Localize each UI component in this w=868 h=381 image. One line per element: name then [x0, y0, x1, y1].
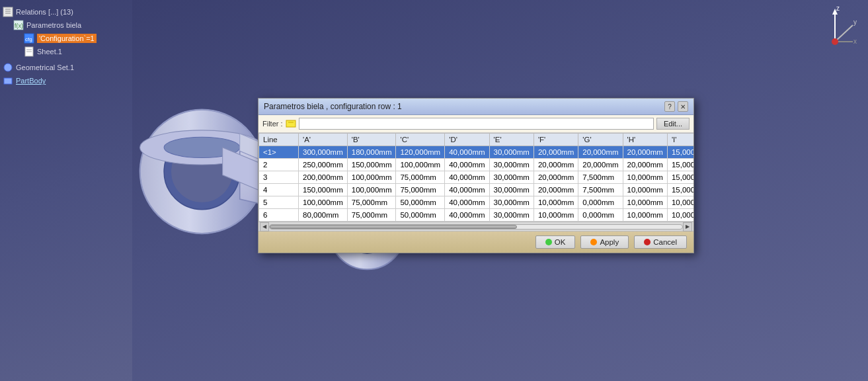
cell-G: 7,500mm	[578, 184, 623, 196]
dialog: Parametros biela , configuration row : 1…	[258, 98, 694, 253]
cancel-button[interactable]: Cancel	[634, 235, 687, 249]
dialog-bottom: OK Apply Cancel	[258, 231, 693, 253]
cell-H: 20,000mm	[623, 146, 667, 159]
cell-line: 4	[259, 184, 299, 196]
col-header-d: 'D'	[445, 134, 489, 146]
col-header-h: 'H'	[623, 134, 667, 146]
cell-I: 15,000mm	[667, 184, 693, 196]
cell-line: 2	[259, 159, 299, 171]
params-icon: f(x)	[13, 20, 24, 30]
cell-E: 30,000mm	[489, 209, 533, 222]
svg-text:z: z	[836, 5, 840, 12]
cell-A: 300,000mm	[299, 146, 348, 159]
svg-point-37	[4, 64, 12, 71]
cell-E: 30,000mm	[489, 171, 533, 184]
col-header-f: 'F'	[533, 134, 578, 146]
cell-A: 100,000mm	[299, 196, 348, 209]
svg-rect-38	[4, 78, 12, 84]
col-header-e: 'E'	[489, 134, 533, 146]
svg-rect-26	[3, 7, 13, 17]
dialog-help-button[interactable]: ?	[664, 101, 675, 112]
col-header-g: 'G'	[578, 134, 623, 146]
table-body: <1>300,000mm180,000mm120,000mm40,000mm30…	[259, 146, 694, 222]
table-row[interactable]: <1>300,000mm180,000mm120,000mm40,000mm30…	[259, 146, 694, 159]
edit-button[interactable]: Edit...	[656, 118, 690, 130]
table-container: Line 'A' 'B' 'C' 'D' 'E' 'F' 'G' 'H' 'I'…	[258, 133, 693, 222]
cell-I: 15,000mm	[667, 146, 693, 159]
cell-F: 10,000mm	[533, 209, 578, 222]
cell-E: 30,000mm	[489, 196, 533, 209]
tree-item-partbody[interactable]: PartBody	[3, 74, 130, 87]
dialog-titlebar: Parametros biela , configuration row : 1…	[258, 99, 693, 115]
scroll-area[interactable]: ◀ ▶	[258, 222, 693, 231]
cell-line: 6	[259, 209, 299, 222]
cell-D: 40,000mm	[445, 184, 489, 196]
cell-C: 75,000mm	[396, 171, 445, 184]
cell-D: 40,000mm	[445, 209, 489, 222]
cell-A: 80,000mm	[299, 209, 348, 222]
relations-icon	[3, 7, 13, 17]
cell-line: <1>	[259, 146, 299, 159]
svg-text:y: y	[853, 19, 857, 26]
cancel-dot	[644, 239, 651, 245]
cell-C: 120,000mm	[396, 146, 445, 159]
cell-E: 30,000mm	[489, 159, 533, 171]
cell-B: 100,000mm	[347, 171, 396, 184]
scroll-thumb[interactable]	[270, 225, 517, 229]
filter-input[interactable]	[299, 118, 654, 130]
svg-line-21	[835, 25, 853, 42]
svg-text:f(x): f(x)	[15, 22, 23, 29]
filter-icon	[286, 119, 296, 128]
tree-item-sheet[interactable]: Sheet.1	[24, 45, 130, 58]
cell-H: 10,000mm	[623, 209, 667, 222]
tree-item-config[interactable]: cfg 'Configuration`=1	[24, 32, 130, 45]
scroll-right-arrow[interactable]: ▶	[683, 222, 692, 232]
sheet-icon	[24, 46, 34, 57]
cell-G: 20,000mm	[578, 146, 623, 159]
apply-button[interactable]: Apply	[580, 235, 629, 249]
cell-F: 20,000mm	[533, 171, 578, 184]
cell-G: 7,500mm	[578, 171, 623, 184]
table-row[interactable]: 4150,000mm100,000mm75,000mm40,000mm30,00…	[259, 184, 694, 196]
cell-H: 10,000mm	[623, 184, 667, 196]
geoset-icon	[3, 62, 13, 73]
cell-G: 20,000mm	[578, 159, 623, 171]
table-row[interactable]: 3200,000mm100,000mm75,000mm40,000mm30,00…	[259, 171, 694, 184]
tree-item-params[interactable]: f(x) Parametros biela	[13, 19, 130, 32]
col-header-line: Line	[259, 134, 299, 146]
filter-row: Filter : Edit...	[258, 115, 693, 133]
tree-item-geoset[interactable]: Geometrical Set.1	[3, 61, 130, 74]
dialog-title-text: Parametros biela , configuration row : 1	[264, 102, 402, 111]
scroll-left-arrow[interactable]: ◀	[260, 222, 269, 232]
cell-I: 10,000mm	[667, 196, 693, 209]
cell-F: 20,000mm	[533, 159, 578, 171]
cell-H: 20,000mm	[623, 159, 667, 171]
tree-item-relations[interactable]: Relations [...] (13)	[3, 5, 130, 19]
scroll-track[interactable]	[269, 224, 683, 230]
cell-D: 40,000mm	[445, 146, 489, 159]
ok-button[interactable]: OK	[535, 235, 576, 249]
table-row[interactable]: 2250,000mm150,000mm100,000mm40,000mm30,0…	[259, 159, 694, 171]
cell-line: 5	[259, 196, 299, 209]
table-row[interactable]: 5100,000mm75,000mm50,000mm40,000mm30,000…	[259, 196, 694, 209]
cell-H: 10,000mm	[623, 196, 667, 209]
cell-G: 0,000mm	[578, 209, 623, 222]
cell-B: 75,000mm	[347, 196, 396, 209]
cell-C: 50,000mm	[396, 209, 445, 222]
cell-B: 180,000mm	[347, 146, 396, 159]
cell-I: 15,000mm	[667, 171, 693, 184]
cell-B: 100,000mm	[347, 184, 396, 196]
cell-A: 200,000mm	[299, 171, 348, 184]
cell-I: 15,000mm	[667, 159, 693, 171]
col-header-c: 'C'	[396, 134, 445, 146]
data-table: Line 'A' 'B' 'C' 'D' 'E' 'F' 'G' 'H' 'I'…	[258, 133, 693, 222]
cell-I: 10,000mm	[667, 209, 693, 222]
cell-C: 75,000mm	[396, 184, 445, 196]
config-icon: cfg	[24, 33, 34, 44]
dialog-close-button[interactable]: ✕	[678, 101, 688, 112]
table-row[interactable]: 680,000mm75,000mm50,000mm40,000mm30,000m…	[259, 209, 694, 222]
cell-A: 150,000mm	[299, 184, 348, 196]
axis-triad: z y x	[812, 5, 858, 54]
cell-E: 30,000mm	[489, 184, 533, 196]
cell-F: 20,000mm	[533, 146, 578, 159]
